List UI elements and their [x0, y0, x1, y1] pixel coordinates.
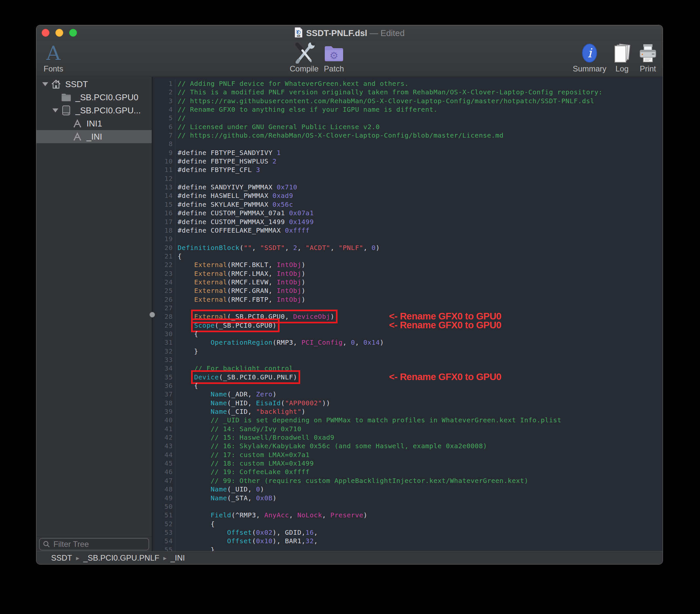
window-title: SSDT-PNLF.dsl — Edited [306, 28, 405, 38]
code-line: 26 External(RMCF.FBTP, IntObj) [153, 295, 663, 304]
document-proxy-icon: DSL [294, 27, 303, 39]
line-number: 50 [153, 502, 173, 511]
line-number: 15 [153, 200, 173, 209]
line-number: 47 [153, 476, 173, 485]
line-number: 12 [153, 174, 173, 183]
line-number: 21 [153, 252, 173, 261]
code-line: 53 Offset(0x02), GDID,16, [153, 528, 663, 537]
code-line: 30 { [153, 330, 663, 338]
line-number: 49 [153, 494, 173, 502]
sidebar-item-label: INI1 [87, 118, 102, 129]
code-line: 23 External(RMCF.LMAX, IntObj) [153, 269, 663, 278]
title-bar: DSL SSDT-PNLF.dsl — Edited [36, 25, 663, 41]
code-line: 52 { [153, 519, 663, 528]
line-number: 20 [153, 243, 173, 252]
device-icon [60, 105, 72, 116]
code-line: 1// Adding PNLF device for WhateverGreen… [153, 79, 663, 88]
code-text: External(RMCF.BKLT, IntObj) [175, 261, 305, 269]
split-divider-handle[interactable] [149, 312, 155, 317]
disclosure-triangle-icon[interactable] [40, 82, 50, 86]
sidebar-item-ini1[interactable]: INI1 [36, 117, 152, 130]
code-text: // Licensed under GNU General Public Lic… [175, 123, 380, 131]
code-line: 24 External(RMCF.LEVW, IntObj) [153, 278, 663, 286]
code-text [175, 502, 178, 511]
sidebar-item-sb-pci0-gpu0[interactable]: _SB.PCI0.GPU0 [36, 91, 152, 104]
code-text: } [175, 347, 198, 355]
code-line: 3// https://raw.githubusercontent.com/Re… [153, 97, 663, 105]
red-annotation-box: External(_SB.PCI0.GPU0, DeviceObj) [194, 313, 334, 321]
line-number: 27 [153, 304, 173, 312]
sidebar-item-label: _INI [87, 132, 102, 142]
breadcrumb-item[interactable]: _INI [171, 553, 185, 563]
sidebar-item-sb-pci0-gpu[interactable]: _SB.PCI0.GPU... [36, 104, 152, 117]
line-number: 5 [153, 114, 173, 122]
code-text: Name(_UID, 0) [175, 485, 264, 493]
filter-tree-input[interactable] [53, 539, 138, 549]
disclosure-triangle-icon[interactable] [50, 109, 60, 112]
code-text: // [175, 114, 186, 122]
breadcrumb-item[interactable]: _SB.PCI0.GPU.PNLF [83, 553, 159, 563]
code-line: 37 Name(_ADR, Zero) [153, 390, 663, 398]
code-text: External(RMCF.FBTP, IntObj) [175, 295, 305, 304]
code-text: #define SANDYIVY_PWMMAX 0x710 [175, 183, 297, 191]
line-number: 3 [153, 97, 173, 105]
line-number: 26 [153, 295, 173, 304]
maciasl-window: DSL SSDT-PNLF.dsl — Edited A Fonts [36, 25, 663, 565]
fonts-button[interactable]: A Fonts [36, 42, 78, 73]
code-line: 48 Name(_UID, 0) [153, 485, 663, 493]
code-line: 8 [153, 140, 663, 148]
code-text: // https://github.com/RehabMan/OS-X-Clov… [175, 131, 504, 140]
code-line: 10#define FBTYPE_HSWPLUS 2 [153, 157, 663, 165]
line-number: 48 [153, 485, 173, 493]
code-line: 13#define SANDYIVY_PWMMAX 0x710 [153, 183, 663, 191]
code-line: 39 Name(_CID, "backlight") [153, 407, 663, 416]
svg-text:⚙: ⚙ [330, 50, 339, 61]
code-text: { [175, 252, 182, 261]
code-text: External(_SB.PCI0.GPU0, DeviceObj) [175, 312, 335, 321]
line-number: 38 [153, 399, 173, 407]
sidebar-item-ini[interactable]: _INI [36, 130, 152, 143]
line-number: 30 [153, 330, 173, 338]
line-number: 53 [153, 528, 173, 537]
code-line: 44 // 17: custom LMAX=0x7a1 [153, 451, 663, 459]
navigator-sidebar: SSDT_SB.PCI0.GPU0_SB.PCI0.GPU...INI1_INI [36, 77, 152, 552]
code-line: 18#define COFFEELAKE_PWMMAX 0xffff [153, 226, 663, 235]
sidebar-item-label: SSDT [65, 79, 88, 89]
code-text: { [175, 381, 198, 390]
line-number: 45 [153, 459, 173, 467]
patch-button[interactable]: ⚙ Patch [309, 42, 359, 73]
code-text: Name(_HID, EisaId("APP0002")) [175, 399, 330, 407]
code-text: External(RMCF.LEVW, IntObj) [175, 278, 305, 286]
breadcrumb-item[interactable]: SSDT [51, 553, 72, 563]
code-text: Scope(_SB.PCI0.GPU0) [175, 321, 277, 330]
print-button[interactable]: Print [623, 42, 663, 73]
code-line: 40 // _UID is set depending on PWMMax to… [153, 416, 663, 424]
line-number: 8 [153, 140, 173, 148]
code-text: #define CUSTOM_PWMMAX_07a1 0x07a1 [175, 209, 314, 217]
red-annotation-box: Scope(_SB.PCI0.GPU0) [194, 322, 277, 329]
code-line: 20DefinitionBlock("", "SSDT", 2, "ACDT",… [153, 243, 663, 252]
code-line: 5// [153, 114, 663, 122]
code-line: 7// https://github.com/RehabMan/OS-X-Clo… [153, 131, 663, 140]
folder-icon [60, 93, 72, 102]
line-number: 44 [153, 451, 173, 459]
line-number: 24 [153, 278, 173, 286]
code-editor[interactable]: 1// Adding PNLF device for WhateverGreen… [153, 77, 663, 552]
code-text: External(RMCF.GRAN, IntObj) [175, 286, 305, 295]
line-number: 7 [153, 131, 173, 140]
house-icon [50, 79, 62, 89]
sidebar-item-ssdt[interactable]: SSDT [36, 78, 152, 91]
code-text: // 16: Skylake/KabyLake 0x56c (and some … [175, 442, 487, 450]
code-text: #define COFFEELAKE_PWMMAX 0xffff [175, 226, 310, 235]
code-line: 19 [153, 235, 663, 243]
code-text: // For backlight control [175, 364, 293, 373]
filter-tree-box[interactable] [39, 538, 149, 550]
line-number: 36 [153, 381, 173, 390]
line-number: 11 [153, 165, 173, 174]
line-number: 25 [153, 286, 173, 295]
code-line: 29 Scope(_SB.PCI0.GPU0)<- Rename GFX0 to… [153, 321, 663, 330]
code-text: #define FBTYPE_SANDYIVY 1 [175, 148, 281, 157]
line-number: 43 [153, 442, 173, 450]
line-number: 14 [153, 191, 173, 200]
line-number: 23 [153, 269, 173, 278]
